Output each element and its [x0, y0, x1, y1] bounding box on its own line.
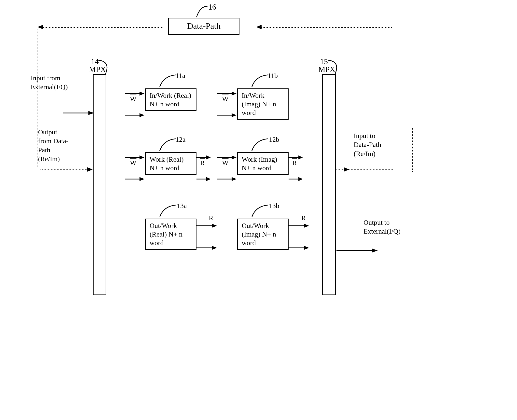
block-11a-text: In/Work (Real) N+ n word [150, 92, 191, 108]
arr-12a-out-2 [196, 177, 211, 181]
svg-marker-33 [304, 224, 309, 228]
block-12b-text: Work (Imag) N+ n word [242, 155, 277, 172]
leader-14 [97, 59, 119, 75]
mpx-left [93, 74, 106, 295]
arr-11a-11b-2 [217, 113, 237, 117]
arr-13a-out-1 [196, 224, 217, 228]
block-11a: In/Work (Real) N+ n word [145, 88, 196, 111]
ref-15: 15 [320, 56, 328, 67]
svg-marker-9 [232, 92, 237, 96]
svg-marker-3 [372, 249, 378, 252]
data-path-block: Data-Path [168, 18, 239, 35]
mpx-right [322, 74, 336, 295]
block-12a-text: Work (Real) N+ n word [150, 155, 183, 172]
port-W-11b: W [222, 95, 228, 103]
svg-marker-23 [232, 177, 237, 181]
arr-in-12b-2 [217, 177, 237, 181]
ref-16: 16 [208, 2, 216, 12]
ref-12a: 12a [176, 135, 185, 144]
block-13a-text: Out/Work (Real) N+ n word [150, 222, 182, 247]
svg-marker-25 [298, 155, 303, 159]
arr-11a-11b-1 [217, 91, 237, 96]
svg-marker-29 [212, 224, 217, 228]
block-12b: Work (Imag) N+ n word [237, 152, 289, 175]
arr-13b-out-2 [289, 246, 309, 250]
leader-13b [249, 204, 271, 219]
arrow-mpx-to-dp [344, 167, 349, 172]
block-13b-text: Out/Work (Imag) N+ n word [242, 222, 276, 247]
arr-mpx-12a-2 [125, 177, 145, 181]
block-11b-text: In/Work (Imag) N+ n word [242, 92, 276, 116]
arr-13a-out-2 [196, 246, 217, 250]
svg-marker-19 [206, 177, 211, 181]
svg-marker-1 [88, 111, 94, 115]
ref-11b: 11b [268, 71, 278, 80]
ref-14: 14 [91, 56, 99, 67]
svg-marker-7 [140, 113, 144, 117]
leader-12b [249, 138, 271, 152]
leader-15 [327, 59, 349, 75]
diagram-canvas: Data-Path 16 MPX 14 MPX 15 In/Work (Real… [0, 0, 517, 420]
data-path-label: Data-Path [187, 21, 221, 30]
svg-marker-35 [304, 246, 309, 250]
svg-marker-21 [232, 155, 237, 159]
port-R-13b: R [301, 214, 306, 223]
block-11b: In/Work (Imag) N+ n word [237, 88, 289, 120]
svg-marker-15 [140, 177, 144, 181]
arr-mpx-11a-2 [125, 113, 145, 117]
arrow-feedback-left [38, 25, 43, 29]
arr-12b-out-1 [289, 155, 303, 160]
arrow-feedback-into-dp [256, 25, 262, 29]
block-12a: Work (Real) N+ n word [145, 152, 196, 175]
port-R-12a: R [200, 158, 205, 167]
ref-13a: 13a [177, 201, 187, 210]
arr-12b-out-2 [289, 177, 303, 181]
svg-marker-31 [212, 246, 217, 250]
svg-marker-13 [140, 155, 144, 159]
arr-mpx-11a-1 [125, 91, 145, 96]
port-W-12b: W [222, 158, 228, 167]
label-output-from-data-path: Output from Data- Path (Re/Im) [38, 128, 69, 164]
ref-13b: 13b [269, 201, 279, 210]
arrow-out-dp-to-mpx [87, 167, 93, 172]
arr-12a-out-1 [196, 155, 211, 160]
arrow-mpx-to-ext [336, 248, 378, 253]
label-input-from-external: Input from External(I/Q) [31, 74, 68, 92]
port-R-12b: R [292, 158, 297, 167]
arr-mpx-12a-1 [125, 155, 145, 160]
label-output-to-external: Output to External(I/Q) [363, 218, 401, 236]
label-input-to-data-path: Input to Data-Path (Re/Im) [354, 131, 381, 158]
port-W-11a: W [130, 95, 136, 103]
leader-13a [157, 204, 179, 219]
ref-12b: 12b [269, 135, 279, 144]
svg-marker-17 [206, 155, 211, 159]
ref-11a: 11a [176, 71, 185, 80]
arr-13b-out-1 [289, 224, 309, 228]
svg-marker-27 [298, 177, 303, 181]
block-13a: Out/Work (Real) N+ n word [145, 219, 196, 250]
svg-marker-5 [140, 92, 144, 96]
block-13b: Out/Work (Imag) N+ n word [237, 219, 289, 250]
port-W-12a: W [130, 158, 136, 167]
arr-in-12b-1 [217, 155, 237, 160]
svg-marker-11 [232, 113, 237, 117]
port-R-13a: R [209, 214, 213, 223]
arrow-in-ext-to-mpx [63, 111, 95, 115]
